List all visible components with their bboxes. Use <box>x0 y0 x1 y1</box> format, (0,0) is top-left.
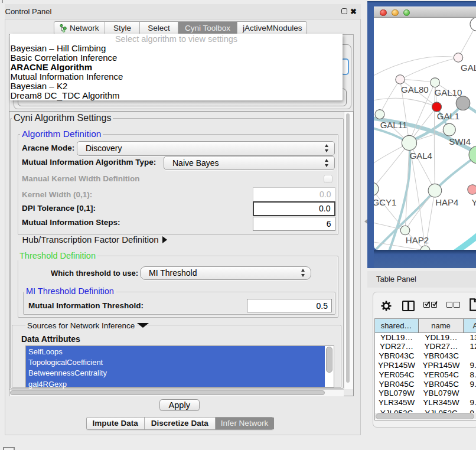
svg-text:Y: Y <box>472 197 476 207</box>
svg-text:GAL10: GAL10 <box>435 87 462 97</box>
svg-text:GAL1: GAL1 <box>437 111 459 121</box>
svg-text:SWI4: SWI4 <box>449 136 471 146</box>
svg-text:GAL: GAL <box>461 63 476 73</box>
svg-text:GCY1: GCY1 <box>374 197 396 207</box>
svg-text:HAP4: HAP4 <box>435 197 458 207</box>
svg-text:GAL80: GAL80 <box>401 84 429 94</box>
svg-text:GAL4: GAL4 <box>410 151 432 161</box>
svg-text:GAL11: GAL11 <box>380 120 407 130</box>
svg-text:HAP2: HAP2 <box>406 235 429 245</box>
